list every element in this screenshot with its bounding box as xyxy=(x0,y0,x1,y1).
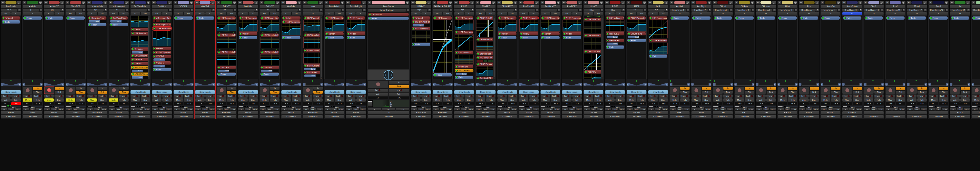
comments-button[interactable]: Comments xyxy=(22,115,43,118)
processor-box[interactable]: Fader xyxy=(713,16,733,80)
solo-lock-button[interactable]: Lock xyxy=(896,94,905,98)
metering-point-button[interactable]: M xyxy=(1,108,8,110)
strip-width-button[interactable]: ↹ xyxy=(691,1,695,4)
pan-track[interactable] xyxy=(89,83,105,86)
pan-track[interactable] xyxy=(931,83,946,86)
monitor-disk-button[interactable]: Disk xyxy=(831,90,841,94)
pan-position-marker[interactable] xyxy=(485,80,487,82)
monitor-disk-button[interactable]: Disk xyxy=(76,90,86,94)
gain-display[interactable]: -21.8 xyxy=(195,102,205,105)
peak-display[interactable]: -inf xyxy=(119,102,129,105)
input-button[interactable]: DrumGizmo 13 xyxy=(929,8,945,12)
strip-color-bar[interactable] xyxy=(760,1,772,4)
pan-position-marker[interactable] xyxy=(571,80,573,82)
solo-button[interactable]: Solo xyxy=(723,98,733,102)
gain-fader[interactable] xyxy=(950,106,955,107)
processor-box[interactable]: Fader xyxy=(885,16,905,80)
pan-widget[interactable]: LR xyxy=(325,80,344,86)
phase-invert-button[interactable]: Ø1 xyxy=(605,12,615,15)
pan-position-marker[interactable] xyxy=(247,80,249,82)
comments-button[interactable]: Comments xyxy=(411,115,431,118)
mute-button[interactable]: Mute xyxy=(885,98,895,102)
show-sends-button[interactable]: Show Sends xyxy=(281,90,301,94)
peak-display[interactable]: -33.4 xyxy=(76,102,86,105)
gain-display[interactable]: -7.4 xyxy=(130,102,140,105)
metering-point-button[interactable]: M xyxy=(799,108,805,110)
processor-lsp-paramet[interactable]: LSP Paramet xyxy=(304,16,322,20)
metering-point-button[interactable]: M xyxy=(238,108,245,110)
gain-fader[interactable] xyxy=(929,106,934,107)
processor-lsp-sidechai[interactable]: LSP Sidechai xyxy=(304,34,322,37)
comments-button[interactable]: Comments xyxy=(173,115,194,118)
pan-widget[interactable]: LR xyxy=(907,80,927,86)
hide-strip-icon[interactable] xyxy=(643,1,647,4)
strip-name-button[interactable]: SnareTop xyxy=(821,5,841,8)
metering-point-button[interactable]: M xyxy=(497,108,504,110)
processor-box[interactable]: LSP Parametric E LSP Sidechain MLSP Side… xyxy=(216,16,237,80)
phase-invert-button[interactable]: Ø1 xyxy=(1,12,11,15)
monitor-disk-button[interactable]: Disk xyxy=(723,90,733,94)
solo-button[interactable]: Solo xyxy=(745,98,754,102)
output-button[interactable]: OHZ xyxy=(713,111,733,115)
strip-width-button[interactable]: ↹ xyxy=(907,1,911,4)
mute-button[interactable]: Mute xyxy=(66,98,75,102)
strip-name-button[interactable]: RIDEZ xyxy=(605,5,625,8)
processor-fader[interactable]: Fader xyxy=(455,75,474,79)
strip-width-button[interactable]: ↹ xyxy=(1,1,5,4)
monitor-input-button[interactable]: In xyxy=(917,86,927,90)
input-button[interactable]: *4* xyxy=(476,8,492,12)
solo-button[interactable]: Solo xyxy=(227,98,237,102)
trim-knob[interactable] xyxy=(536,9,539,11)
gain-display[interactable]: -inf xyxy=(152,102,162,105)
record-arm-button[interactable] xyxy=(778,86,788,94)
metering-point-button[interactable]: M xyxy=(87,108,94,110)
processor-fader[interactable]: Fader xyxy=(174,16,193,20)
mute-button[interactable]: Mute xyxy=(260,98,269,102)
record-arm-button[interactable] xyxy=(670,86,680,94)
metering-point-button[interactable]: M xyxy=(303,108,309,110)
input-button[interactable]: DrumGizmo 6 xyxy=(778,8,794,12)
pan-position-marker[interactable] xyxy=(657,80,659,82)
solo-isolate-button[interactable]: Iso xyxy=(303,94,313,98)
phase-invert-button[interactable]: Ø2 xyxy=(529,12,539,15)
solo-button[interactable]: Solo xyxy=(831,98,841,102)
peak-display[interactable]: -33.8 xyxy=(615,102,625,105)
processor-active-led[interactable] xyxy=(757,17,759,19)
monitor-disk-button[interactable]: Disk xyxy=(33,90,43,94)
metering-point-button[interactable]: M xyxy=(778,108,784,110)
gain-fader[interactable] xyxy=(627,106,632,107)
processor--sc-lsp-sidech[interactable]: >SC LSP Sidech xyxy=(131,66,150,69)
group-button[interactable]: Grp xyxy=(382,108,395,110)
peak-display[interactable]: -92.8 xyxy=(54,102,64,105)
phase-invert-button[interactable]: Ø2 xyxy=(162,12,172,15)
solo-button[interactable]: Solo xyxy=(960,98,970,102)
pan-track[interactable] xyxy=(780,83,795,86)
solo-isolate-button[interactable]: Iso xyxy=(195,94,205,98)
phase-invert-button[interactable]: Ø xyxy=(756,12,776,15)
metering-point-button[interactable]: M xyxy=(584,108,590,110)
input-button[interactable]: DrumGizmo 2 xyxy=(691,8,708,12)
comments-button[interactable]: Comments xyxy=(627,115,647,118)
show-sends-button[interactable]: Show Sends xyxy=(605,90,625,94)
pan-position-marker[interactable] xyxy=(550,80,551,82)
peak-display[interactable]: -16.9 xyxy=(809,102,819,105)
hide-strip-icon[interactable] xyxy=(298,1,301,4)
trim-knob[interactable] xyxy=(363,9,366,11)
meter-position-button[interactable]: Post xyxy=(813,108,819,110)
processor-active-led[interactable] xyxy=(499,33,501,35)
processor-revsnarez[interactable]: RevSNaREZ xyxy=(476,77,495,80)
strip-name-button[interactable]: BassRVRight xyxy=(346,5,366,8)
pan-widget[interactable]: LR xyxy=(778,80,797,86)
processor-fader[interactable]: Fader xyxy=(368,17,409,20)
processor-active-led[interactable] xyxy=(369,14,371,16)
gain-display[interactable]: -15.1 xyxy=(950,102,960,105)
monitor-input-button[interactable]: In xyxy=(680,86,690,90)
phase-invert-button[interactable]: Ø2 xyxy=(508,12,517,15)
processor-fader[interactable]: Fader xyxy=(778,16,797,20)
strip-name-button[interactable]: DRUMZ xyxy=(411,5,431,8)
phase-invert-button[interactable]: Ø2 xyxy=(356,12,366,15)
hide-strip-icon[interactable] xyxy=(707,1,711,4)
show-sends-button[interactable]: Show Sends xyxy=(454,90,474,94)
solo-lock-button[interactable]: Lock xyxy=(162,94,172,98)
phase-invert-button[interactable]: Ø xyxy=(821,12,841,15)
